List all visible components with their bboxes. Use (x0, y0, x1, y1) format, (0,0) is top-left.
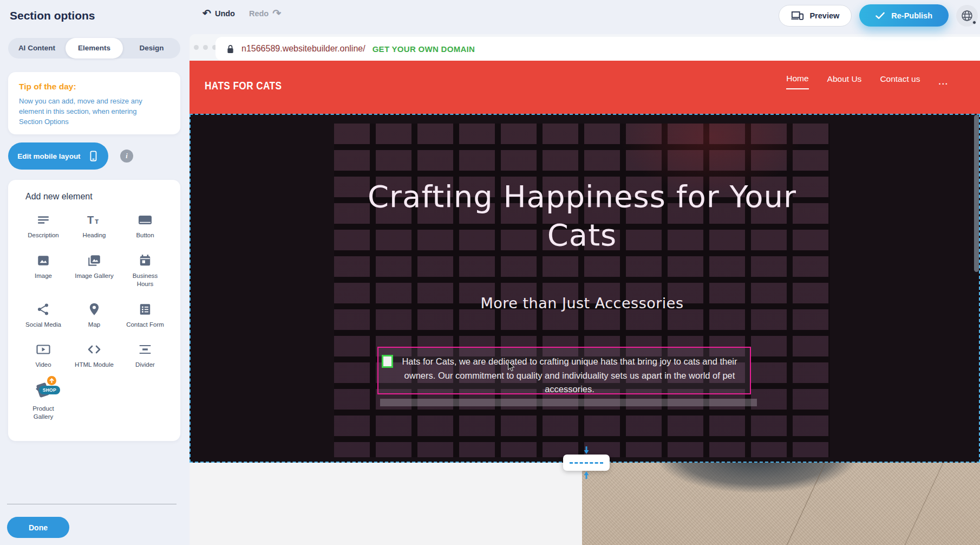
section-options-panel: Section options AI Content Elements Desi… (0, 0, 190, 545)
tip-of-the-day-card: Tip of the day: Now you can add, move an… (8, 72, 180, 134)
resize-dash-line (570, 462, 603, 464)
section-resize-handle[interactable] (563, 455, 610, 471)
calendar-icon (138, 253, 152, 268)
element-item-map[interactable]: Map (69, 302, 120, 329)
svg-text:T: T (87, 214, 94, 226)
edit-mobile-layout-label: Edit mobile layout (17, 152, 80, 160)
redo-button[interactable]: Redo ↷ (249, 8, 281, 18)
share-icon (36, 302, 50, 317)
video-icon (36, 342, 51, 357)
nav-more-icon[interactable]: ... (938, 77, 949, 86)
text-lines-icon (36, 212, 50, 228)
site-preview-frame: n1566589.websitebuilder.online/ GET YOUR… (190, 34, 980, 545)
code-icon (87, 342, 102, 357)
preview-button[interactable]: Preview (779, 5, 852, 27)
site-header: HATS FOR CATS Home About Us Contact us .… (190, 61, 980, 114)
globe-icon[interactable] (956, 5, 978, 27)
undo-icon: ↶ (202, 8, 211, 18)
nav-item-home[interactable]: Home (786, 74, 808, 89)
mouse-cursor-icon (507, 361, 515, 372)
tab-elements[interactable]: Elements (66, 38, 123, 59)
site-url: n1566589.websitebuilder.online/ (241, 44, 365, 54)
shop-badge: SHOP (39, 386, 60, 394)
checkmark-icon (876, 12, 885, 20)
globe-status-dot (972, 21, 976, 24)
hero-heading[interactable]: Crafting Happiness for Your Cats (334, 177, 830, 254)
element-item-divider[interactable]: Divider (120, 342, 171, 369)
undo-button[interactable]: ↶ Undo (202, 8, 235, 18)
tab-design[interactable]: Design (123, 38, 180, 59)
image-gallery-icon (87, 253, 102, 268)
sidebar-divider (7, 504, 177, 504)
panel-tabbar: AI Content Elements Design (8, 38, 180, 59)
element-item-product-gallery[interactable]: SHOP Product Gallery (18, 382, 69, 421)
element-drag-handle[interactable] (382, 355, 393, 368)
image-icon (36, 253, 50, 268)
hero-subheading[interactable]: More than Just Accessories (334, 295, 830, 312)
element-item-social-media[interactable]: Social Media (18, 302, 69, 329)
get-domain-link[interactable]: GET YOUR OWN DOMAIN (373, 44, 475, 54)
heading-icon: Tт (87, 212, 102, 228)
element-item-contact-form[interactable]: Contact Form (120, 302, 171, 329)
mobile-phone-icon (87, 150, 99, 162)
element-item-business-hours[interactable]: Business Hours (120, 253, 171, 289)
element-ghost-bar (380, 399, 757, 406)
button-icon (138, 212, 153, 228)
upgrade-arrow-badge (47, 376, 56, 385)
hero-paragraph[interactable]: Hats for Cats, we are dedicated to craft… (394, 355, 746, 397)
nav-item-about-us[interactable]: About Us (827, 74, 862, 89)
lock-icon (226, 44, 234, 54)
site-nav: Home About Us Contact us ... (786, 74, 949, 89)
element-item-html-module[interactable]: HTML Module (69, 342, 120, 369)
floor-photo (582, 463, 980, 545)
element-grid: Description Tт Heading Button Image (18, 212, 171, 421)
add-new-element-title: Add new element (25, 192, 171, 202)
element-item-image[interactable]: Image (18, 253, 69, 289)
address-bar[interactable]: n1566589.websitebuilder.online/ GET YOUR… (215, 37, 980, 61)
element-item-image-gallery[interactable]: Image Gallery (69, 253, 120, 289)
window-dots-icon (194, 45, 217, 50)
tip-title: Tip of the day: (19, 82, 169, 92)
page-title: Section options (10, 9, 95, 22)
site-canvas: HATS FOR CATS Home About Us Contact us .… (190, 61, 980, 545)
browser-bar: n1566589.websitebuilder.online/ GET YOUR… (190, 34, 980, 61)
devices-icon (791, 10, 804, 21)
form-icon (138, 302, 152, 317)
tip-body: Now you can add, move and resize any ele… (19, 96, 160, 127)
map-pin-icon (87, 302, 101, 317)
info-icon[interactable]: i (120, 150, 133, 163)
add-new-element-card: Add new element Description Tт Heading B… (8, 180, 180, 441)
preview-scrollbar[interactable] (974, 115, 979, 272)
hero-background-tiles (334, 124, 830, 457)
product-gallery-icon: SHOP (31, 382, 55, 401)
svg-text:т: т (95, 216, 99, 225)
redo-icon: ↷ (272, 8, 281, 18)
site-logo[interactable]: HATS FOR CATS (205, 79, 282, 92)
hero-section-selected[interactable]: Crafting Happiness for Your Cats More th… (190, 114, 980, 463)
text-element-selection[interactable]: Hats for Cats, we are dedicated to craft… (377, 347, 751, 394)
arrow-up-icon (582, 471, 591, 479)
republish-button[interactable]: Re-Publish (859, 4, 949, 27)
nav-item-contact-us[interactable]: Contact us (880, 74, 920, 89)
element-item-button[interactable]: Button (120, 212, 171, 240)
divider-icon (138, 342, 152, 357)
element-item-description[interactable]: Description (18, 212, 69, 240)
arrow-down-icon (582, 446, 591, 455)
done-button[interactable]: Done (7, 517, 69, 538)
element-item-heading[interactable]: Tт Heading (69, 212, 120, 240)
edit-mobile-layout-button[interactable]: Edit mobile layout (8, 142, 108, 170)
tab-ai-content[interactable]: AI Content (8, 38, 66, 59)
element-item-video[interactable]: Video (18, 342, 69, 369)
